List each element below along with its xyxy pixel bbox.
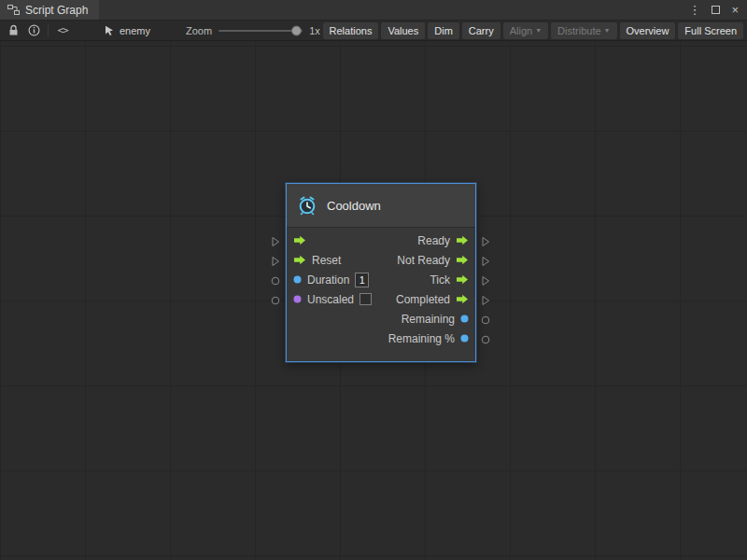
- port-label-duration: Duration: [307, 273, 349, 287]
- graph-name-label: enemy: [120, 25, 150, 36]
- port-label-ready: Ready: [417, 234, 450, 247]
- value-input-port-duration-outer[interactable]: [271, 276, 280, 286]
- cooldown-node-cluster: Cooldown Ready: [269, 183, 493, 365]
- relations-button[interactable]: Relations: [323, 22, 379, 39]
- maximize-icon[interactable]: [712, 6, 720, 14]
- value-input-port-unscaled-outer[interactable]: [271, 296, 280, 305]
- value-output-port-remaining-outer[interactable]: [481, 315, 490, 325]
- zoom-slider[interactable]: [218, 30, 303, 32]
- value-input-port-unscaled[interactable]: [293, 295, 302, 303]
- info-icon[interactable]: [23, 22, 44, 39]
- zoom-slider-handle[interactable]: [291, 25, 302, 35]
- port-label-remaining: Remaining: [402, 313, 455, 326]
- port-label-completed: Completed: [396, 293, 450, 306]
- lock-icon[interactable]: [3, 22, 23, 39]
- close-icon[interactable]: ×: [731, 4, 739, 16]
- overview-button[interactable]: Overview: [620, 22, 676, 39]
- code-icon[interactable]: <>: [52, 22, 73, 39]
- node-title: Cooldown: [327, 199, 381, 213]
- chevron-down-icon: ▼: [535, 27, 542, 34]
- values-button[interactable]: Values: [381, 22, 425, 39]
- node-body: Ready Reset Not Ready: [287, 228, 475, 348]
- port-row: Ready: [287, 231, 475, 250]
- flow-input-port-enter[interactable]: [293, 235, 306, 245]
- tab-label: Script Graph: [25, 4, 88, 17]
- pointer-icon: [105, 25, 115, 36]
- kebab-menu-icon[interactable]: ⋮: [688, 4, 700, 16]
- window-controls: ⋮ ×: [688, 0, 747, 20]
- distribute-button[interactable]: Distribute ▼: [551, 22, 616, 39]
- value-output-port-remaining-pct-outer[interactable]: [481, 335, 490, 344]
- port-row: Reset Not Ready: [287, 250, 475, 270]
- flow-output-port-tick-outer[interactable]: [481, 275, 490, 287]
- duration-value-field[interactable]: 1: [355, 273, 369, 287]
- align-button[interactable]: Align ▼: [503, 22, 548, 39]
- port-label-reset: Reset: [312, 254, 341, 267]
- value-output-port-remaining[interactable]: [460, 315, 469, 323]
- zoom-value: 1x: [309, 25, 320, 36]
- tab-script-graph[interactable]: Script Graph: [0, 0, 99, 20]
- flow-input-port-reset[interactable]: [293, 255, 306, 265]
- unscaled-checkbox[interactable]: [359, 293, 372, 305]
- port-label-unscaled: Unscaled: [307, 293, 354, 306]
- graph-toolbar: <> enemy Zoom 1x Relations Values Dim Ca…: [0, 21, 747, 41]
- graph-canvas[interactable]: Cooldown Ready: [0, 41, 747, 560]
- flow-output-port-ready[interactable]: [456, 235, 469, 245]
- node-header[interactable]: Cooldown: [287, 184, 475, 228]
- window-titlebar: Script Graph ⋮ ×: [0, 0, 747, 21]
- zoom-label: Zoom: [186, 25, 212, 36]
- flow-output-port-not-ready[interactable]: [456, 255, 469, 265]
- port-row: Duration 1 Tick: [287, 270, 475, 289]
- port-label-remaining-pct: Remaining %: [388, 332, 455, 345]
- flow-output-port-completed-outer[interactable]: [481, 295, 490, 306]
- port-row: Remaining %: [287, 329, 475, 348]
- chevron-down-icon: ▼: [604, 27, 611, 34]
- toolbar-buttons: Relations Values Dim Carry Align ▼ Distr…: [323, 22, 744, 39]
- cooldown-node[interactable]: Cooldown Ready: [286, 183, 476, 362]
- flow-output-port-tick[interactable]: [456, 274, 469, 285]
- value-input-port-duration[interactable]: [293, 275, 302, 284]
- dim-button[interactable]: Dim: [428, 22, 459, 39]
- graph-reference[interactable]: enemy: [105, 25, 150, 36]
- timer-icon: [297, 195, 317, 216]
- value-output-port-remaining-pct[interactable]: [460, 334, 469, 343]
- port-label-not-ready: Not Ready: [397, 254, 450, 267]
- flow-input-port-reset-outer[interactable]: [271, 256, 280, 267]
- carry-button[interactable]: Carry: [462, 22, 500, 39]
- flow-output-port-not-ready-outer[interactable]: [481, 256, 490, 267]
- full-screen-button[interactable]: Full Screen: [678, 22, 743, 39]
- flow-output-port-completed[interactable]: [456, 294, 469, 304]
- flow-input-port-enter-outer[interactable]: [271, 236, 280, 247]
- toolbar-separator: [48, 24, 49, 37]
- port-row: Unscaled Completed: [287, 289, 475, 309]
- flow-output-port-ready-outer[interactable]: [481, 236, 490, 247]
- port-label-tick: Tick: [430, 273, 450, 287]
- port-row: Remaining: [287, 309, 475, 329]
- graph-icon: [7, 5, 20, 15]
